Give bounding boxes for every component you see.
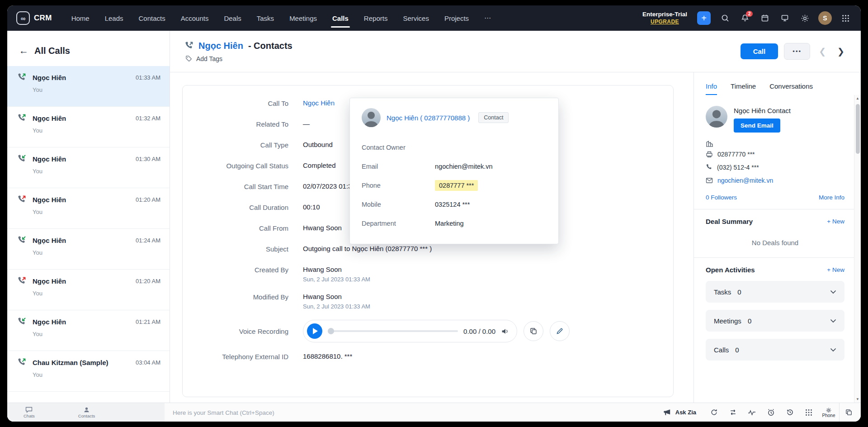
tab-conversations[interactable]: Conversations [769,82,813,95]
megaphone-icon [663,409,671,416]
seek-slider[interactable] [328,330,458,332]
sync-icon[interactable] [704,403,723,422]
new-activity-link[interactable]: + New [827,266,844,273]
play-icon [313,328,318,334]
copy-recording-button[interactable] [524,321,543,341]
topbar-actions: Enterprise-Trial UPGRADE + 2 S [642,10,854,26]
call-list-item[interactable]: Ngọc Hiên 01:20 AM You [7,270,170,310]
dots-grid-icon[interactable] [799,403,818,422]
call-list-item[interactable]: Ngọc Hiên 01:21 AM You [7,310,170,351]
activity-group-calls[interactable]: Calls 0 [706,339,844,361]
quick-create-button[interactable]: + [697,11,711,25]
voice-recording-player: 0.00 / 0.00 [303,320,517,342]
call-list-item[interactable]: Ngọc Hiên 01:20 AM You [7,188,170,229]
popup-row: Contact Owner [362,138,547,157]
swap-icon[interactable] [723,403,742,422]
followers-link[interactable]: 0 Followers [706,194,737,201]
call-list-item[interactable]: Ngọc Hiên 01:24 AM You [7,229,170,270]
popup-row: Department Marketing [362,214,547,233]
apps-grid-icon[interactable] [837,10,854,26]
chats-label: Chats [24,413,35,418]
next-record-icon[interactable]: ❯ [835,46,847,57]
nav-item-tasks[interactable]: Tasks [249,5,282,31]
back-arrow-icon[interactable]: ← [19,45,28,56]
settings-gear-icon[interactable] [797,10,813,26]
send-email-button[interactable]: Send Email [734,119,780,133]
activity-group-tasks[interactable]: Tasks 0 [706,281,844,303]
call-caller: You [33,209,160,215]
nav-item-home[interactable]: Home [64,5,97,31]
open-activities-title: Open Activities [706,266,755,274]
play-button[interactable] [307,323,322,339]
nav-item-more[interactable]: ⋯ [476,5,499,31]
chats-tab[interactable]: Chats [24,407,35,418]
nav-item-contacts[interactable]: Contacts [131,5,173,31]
call-contact-name: Ngọc Hiên [33,196,132,204]
field-row: Subject Outgoing call to Ngọc Hiên (0287… [183,245,655,253]
edit-recording-button[interactable] [550,321,570,341]
more-actions-button[interactable]: ••• [784,43,810,60]
nav-item-calls[interactable]: Calls [325,5,356,31]
call-time: 01:21 AM [136,318,160,325]
nav-item-deals[interactable]: Deals [216,5,249,31]
call-button[interactable]: Call [741,43,778,59]
volume-icon[interactable] [501,327,509,335]
new-deal-link[interactable]: + New [827,218,844,225]
panel-phone-value[interactable]: 02877770 *** [717,151,755,158]
crm-logo[interactable]: ∞ CRM [16,11,52,25]
marketplace-icon[interactable] [777,10,793,26]
prev-record-icon[interactable]: ❮ [816,46,829,57]
tab-timeline[interactable]: Timeline [731,82,756,95]
sidebar-title[interactable]: All Calls [34,46,70,56]
field-value: — [303,120,310,128]
slider-knob[interactable] [328,328,334,334]
call-detail-area: Call To Ngọc HiênRelated To —Call Type O… [170,72,693,403]
panel-scrollbar[interactable]: ▲ ▼ [854,95,861,403]
activity-group-count: 0 [735,346,739,354]
search-icon[interactable] [717,10,733,26]
panel-email-row: ngochien@mitek.vn [706,174,844,187]
tab-info[interactable]: Info [706,82,717,95]
call-list-item[interactable]: Ngọc Hiên 01:33 AM You [7,66,170,107]
add-tags[interactable]: Add Tags [184,55,292,62]
zoho-logo-icon: ∞ [16,11,30,25]
alarm-clock-icon[interactable] [761,403,780,422]
panel-contact-name[interactable]: Ngọc Hiên Contact [734,106,791,114]
nav-item-meetings[interactable]: Meetings [282,5,325,31]
activity-group-meetings[interactable]: Meetings 0 [706,310,844,332]
phone-icon [706,164,712,171]
field-value: Completed [303,161,336,169]
ask-zia[interactable]: Ask Zia [663,409,696,416]
copy-icon[interactable] [839,403,858,422]
more-info-link[interactable]: More Info [819,194,844,201]
panel-mobile-value[interactable]: (032) 512-4 *** [717,164,759,171]
sidebar-header: ← All Calls [7,31,170,66]
nav-item-reports[interactable]: Reports [356,5,396,31]
history-icon[interactable] [780,403,799,422]
call-list-item[interactable]: Ngọc Hiên 01:30 AM You [7,147,170,188]
scrollbar-thumb[interactable] [856,104,860,154]
phone-settings[interactable]: Phone [818,407,839,418]
scroll-down-icon[interactable]: ▼ [854,397,861,401]
call-list-item[interactable]: Ngọc Hiên 01:32 AM You [7,107,170,147]
scroll-up-icon[interactable]: ▲ [854,96,861,100]
call-list-item[interactable]: Chau Kitzman (Sample) 03:04 AM You [7,351,170,392]
record-name-link[interactable]: Ngọc Hiên [198,41,243,51]
nav-item-leads[interactable]: Leads [97,5,131,31]
call-caller: You [33,371,160,378]
popup-contact-name-link[interactable]: Ngọc Hiên ( 02877770888 ) [387,114,470,122]
upgrade-link[interactable]: UPGRADE [642,19,687,25]
smart-chat-input[interactable] [173,409,655,416]
nav-item-projects[interactable]: Projects [437,5,476,31]
panel-email-value[interactable]: ngochien@mitek.vn [717,177,773,184]
calendar-icon[interactable] [757,10,773,26]
activity-group-label: Calls [714,346,729,354]
contacts-tab[interactable]: Contacts [78,407,95,418]
nav-item-accounts[interactable]: Accounts [173,5,217,31]
nav-item-services[interactable]: Services [395,5,437,31]
primary-nav: HomeLeadsContactsAccountsDealsTasksMeeti… [64,5,499,31]
notifications-bell-icon[interactable]: 2 [737,10,753,26]
field-value-link[interactable]: Ngọc Hiên [303,99,335,107]
user-avatar[interactable]: S [818,11,832,25]
activity-pulse-icon[interactable] [742,403,761,422]
